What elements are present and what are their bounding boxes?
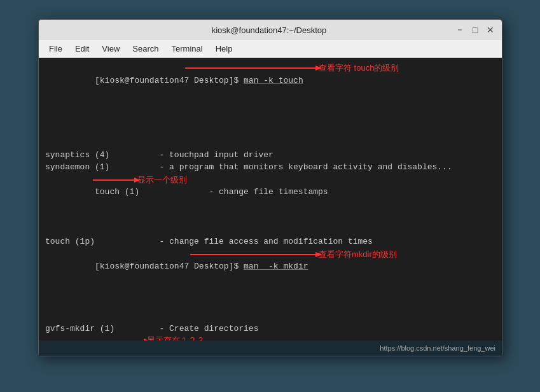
menu-terminal[interactable]: Terminal xyxy=(167,42,208,55)
window-title: kiosk@foundation47:~/Desktop xyxy=(83,25,455,35)
arrow-123-levels xyxy=(45,335,490,340)
terminal-line-1: [kiosk@foundation47 Desktop]$ man -k tou… xyxy=(45,62,495,149)
terminal-content: [kiosk@foundation47 Desktop]$ man -k tou… xyxy=(45,62,495,340)
bottom-bar: https://blog.csdn.net/shang_feng_wei xyxy=(39,340,502,356)
arrow-one-level xyxy=(45,174,490,186)
menu-bar: File Edit View Search Terminal Help xyxy=(39,40,502,58)
arrow-touch xyxy=(45,62,490,74)
minimize-button[interactable]: － xyxy=(455,25,465,35)
terminal-window: kiosk@foundation47:~/Desktop － □ ✕ File … xyxy=(38,19,502,356)
terminal-line-5: touch (1p) - change file access and modi… xyxy=(45,235,495,248)
annotation-touch-level: 查看字符 touch的级别 xyxy=(319,62,399,74)
annotation-123-levels: 显示存在１２３三个级别 xyxy=(147,335,205,340)
svg-marker-5 xyxy=(315,252,322,257)
close-button[interactable]: ✕ xyxy=(485,25,495,35)
terminal-line-4: touch (1) - change file timestamps 显示一个级… xyxy=(45,174,495,236)
window-controls: － □ ✕ xyxy=(455,25,495,35)
svg-marker-1 xyxy=(315,66,322,71)
terminal-line-7: gvfs-mkdir (1) - Create directories xyxy=(45,323,495,335)
menu-edit[interactable]: Edit xyxy=(70,42,94,55)
title-bar: kiosk@foundation47:~/Desktop － □ ✕ xyxy=(39,20,502,40)
menu-file[interactable]: File xyxy=(44,42,67,55)
menu-search[interactable]: Search xyxy=(127,42,163,55)
menu-view[interactable]: View xyxy=(97,42,125,55)
terminal-line-6: [kiosk@foundation47 Desktop]$ man -k mkd… xyxy=(45,248,495,323)
arrow-mkdir xyxy=(45,248,490,261)
terminal-body[interactable]: [kiosk@foundation47 Desktop]$ man -k tou… xyxy=(39,58,502,340)
terminal-line-3: syndaemon (1) - a program that monitors … xyxy=(45,161,495,174)
terminal-line-2: synaptics (4) - touchpad input driver xyxy=(45,149,495,162)
desktop: kiosk@foundation47:~/Desktop － □ ✕ File … xyxy=(0,0,540,392)
bottom-url: https://blog.csdn.net/shang_feng_wei xyxy=(380,344,495,352)
maximize-button[interactable]: □ xyxy=(470,25,480,35)
annotation-mkdir-level: 查看字符mkdir的级别 xyxy=(319,248,397,261)
terminal-line-8: mkdir (1) - make directories 显示存在１２３三个级别 xyxy=(45,335,495,340)
svg-marker-9 xyxy=(144,339,150,340)
svg-marker-3 xyxy=(134,178,141,183)
annotation-one-level: 显示一个级别 xyxy=(137,174,187,186)
menu-help[interactable]: Help xyxy=(211,42,238,55)
